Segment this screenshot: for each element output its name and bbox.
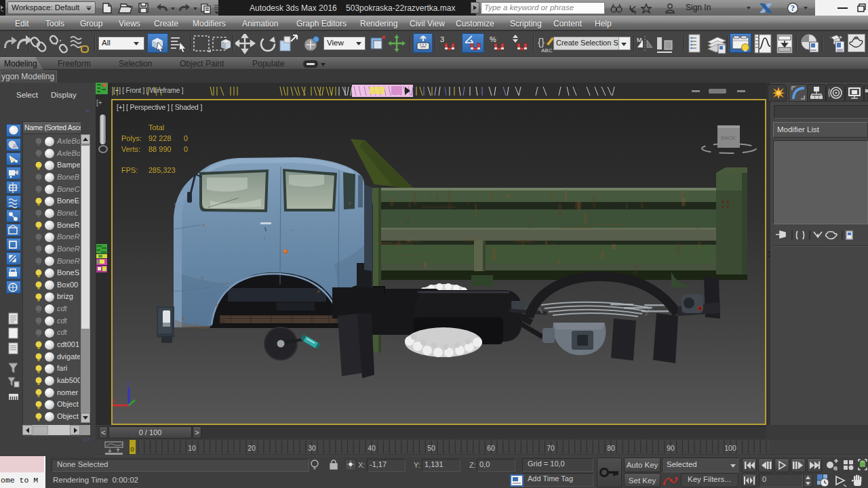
svg-text:10: 10 (188, 444, 196, 452)
svg-text:{}: {} (538, 36, 545, 47)
svg-text:?: ? (791, 3, 795, 13)
svg-text:M: M (637, 37, 642, 43)
svg-text:0: 0 (130, 446, 134, 453)
svg-text:20: 20 (248, 444, 256, 452)
svg-text:90: 90 (667, 444, 675, 452)
svg-text:%: % (490, 35, 496, 43)
svg-text:3: 3 (440, 35, 444, 43)
svg-text:80: 80 (607, 444, 615, 452)
svg-text:100: 100 (724, 444, 736, 452)
svg-text:50: 50 (427, 444, 435, 452)
svg-text:60: 60 (487, 444, 495, 452)
svg-text:70: 70 (547, 444, 555, 452)
svg-text:30: 30 (308, 444, 316, 452)
svg-text:ABC: ABC (541, 47, 553, 54)
svg-text:40: 40 (368, 444, 376, 452)
